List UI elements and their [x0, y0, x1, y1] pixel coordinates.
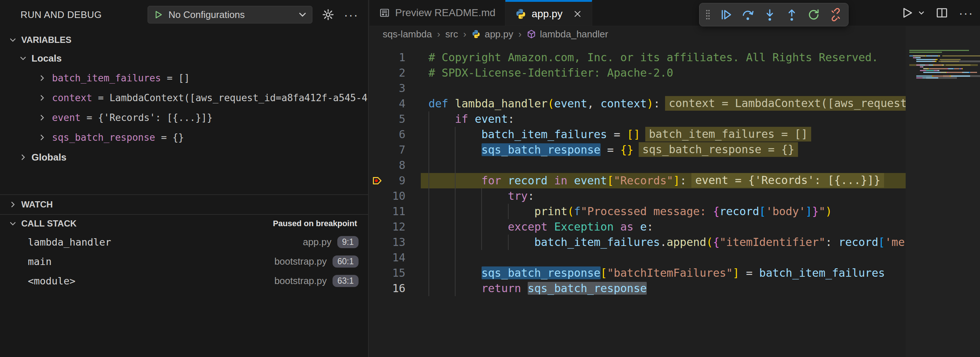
code-line[interactable]: 3 — [369, 81, 906, 96]
tab-app-py[interactable]: app.py — [505, 0, 592, 26]
variable-row[interactable]: batch_item_failures = [] — [0, 68, 368, 88]
variable-row[interactable]: sqs_batch_response = {} — [0, 128, 368, 147]
breakpoint-gutter[interactable] — [369, 112, 386, 127]
chevron-right-icon[interactable] — [38, 134, 46, 142]
chevron-right-icon[interactable] — [38, 114, 46, 122]
code-text: for record in event["Records"]: — [428, 174, 686, 187]
code-line[interactable]: 16 return sqs_batch_response — [369, 281, 906, 296]
more-actions-icon[interactable]: ··· — [959, 6, 974, 19]
start-debug-icon[interactable] — [153, 10, 163, 20]
code-line[interactable]: 1# Copyright Amazon.com, Inc. or its aff… — [369, 50, 906, 65]
close-icon[interactable] — [573, 9, 582, 19]
breadcrumb-folder[interactable]: sqs-lambda — [383, 29, 432, 40]
variable-name: batch_item_failures — [52, 73, 161, 84]
code-line[interactable]: 8 — [369, 158, 906, 173]
disconnect-icon[interactable] — [829, 8, 842, 21]
code-line[interactable]: 13 batch_item_failures.append({"itemIden… — [369, 234, 906, 250]
drag-handle[interactable] — [705, 8, 711, 21]
step-over-icon[interactable] — [741, 8, 754, 21]
chevron-down-icon — [19, 54, 27, 62]
variable-row[interactable]: event = {'Records': [{...}]} — [0, 108, 368, 128]
minimap[interactable] — [906, 26, 980, 357]
continue-icon[interactable] — [719, 8, 732, 21]
breakpoint-gutter[interactable] — [369, 204, 386, 219]
step-out-icon[interactable] — [785, 8, 799, 21]
line-number: 6 — [386, 127, 406, 142]
code-text: # SPDX-License-Identifier: Apache-2.0 — [428, 66, 673, 79]
breakpoint-gutter[interactable] — [369, 142, 386, 158]
breakpoint-gutter[interactable] — [369, 250, 386, 265]
breadcrumb-folder[interactable]: src — [445, 29, 458, 40]
stack-frame[interactable]: lambda_handler app.py 9:1 — [0, 233, 368, 252]
more-actions-icon[interactable]: ··· — [344, 8, 358, 21]
code-line[interactable]: 14 — [369, 250, 906, 265]
code-line[interactable]: 11 print(f"Processed message: {record['b… — [369, 204, 906, 219]
split-editor-icon[interactable] — [935, 6, 948, 19]
stack-frame[interactable]: main bootstrap.py 60:1 — [0, 252, 368, 271]
code-line-content: try: — [421, 188, 906, 204]
variable-row[interactable]: context = LambdaContext([aws_request_id=… — [0, 88, 368, 108]
minimap-line — [909, 63, 980, 64]
indent-guide — [428, 188, 429, 204]
indent-guide — [428, 127, 429, 142]
breakpoint-gutter[interactable] — [369, 265, 386, 281]
chevron-right-icon[interactable] — [38, 94, 46, 102]
breakpoint-gutter[interactable] — [369, 50, 386, 65]
breakpoint-gutter[interactable] — [369, 219, 386, 234]
code-line[interactable]: 2# SPDX-License-Identifier: Apache-2.0 — [369, 65, 906, 81]
code-line[interactable]: 15 sqs_batch_response["batchItemFailures… — [369, 265, 906, 281]
locals-group[interactable]: Locals — [0, 48, 368, 68]
code-line[interactable]: 9 for record in event["Records"]:event =… — [369, 173, 906, 188]
breakpoint-gutter[interactable] — [369, 81, 386, 96]
breakpoint-gutter[interactable] — [369, 281, 386, 296]
indent-guide — [455, 127, 456, 142]
chevron-right-icon[interactable] — [38, 74, 46, 82]
run-python-file-button[interactable] — [900, 6, 925, 20]
globals-group[interactable]: Globals — [0, 147, 368, 167]
chevron-down-icon[interactable] — [298, 10, 307, 19]
sidebar-spacer — [0, 167, 368, 194]
indent-guide — [455, 281, 456, 296]
current-line-breakpoint-icon[interactable] — [369, 173, 386, 188]
code-text: sqs_batch_response["batchItemFailures"] … — [428, 266, 885, 279]
gear-icon[interactable] — [322, 8, 334, 21]
breakpoint-gutter[interactable] — [369, 158, 386, 173]
watch-section-header[interactable]: WATCH — [0, 195, 368, 214]
code-line-content: except Exception as e: — [421, 219, 906, 234]
minimap-line — [909, 74, 980, 75]
code-line[interactable]: 7 sqs_batch_response = {}sqs_batch_respo… — [369, 142, 906, 158]
call-stack-section-header[interactable]: CALL STACK Paused on breakpoint — [0, 215, 368, 233]
tab-preview-readme[interactable]: Preview README.md — [369, 0, 505, 26]
debug-configuration-dropdown[interactable]: No Configurations — [148, 6, 312, 24]
variable-value: = LambdaContext([aws_request_id=a8fa412f… — [98, 92, 368, 104]
python-icon — [515, 8, 527, 20]
frame-function: lambda_handler — [28, 236, 111, 248]
code-line[interactable]: 6 batch_item_failures = []batch_item_fai… — [369, 127, 906, 142]
variable-name: context — [52, 92, 92, 104]
sidebar-title: RUN AND DEBUG — [21, 9, 102, 21]
step-into-icon[interactable] — [763, 8, 776, 21]
variables-section-header[interactable]: VARIABLES — [0, 32, 368, 48]
code-line[interactable]: 12 except Exception as e: — [369, 219, 906, 234]
indent-guide — [455, 219, 456, 234]
line-number: 8 — [386, 158, 406, 173]
code-text: if event: — [428, 113, 514, 125]
code-text: batch_item_failures.append({"itemIdentif… — [428, 236, 906, 249]
restart-icon[interactable] — [807, 8, 820, 21]
breakpoint-gutter[interactable] — [369, 96, 386, 112]
breakpoint-gutter[interactable] — [369, 65, 386, 81]
breadcrumb-file[interactable]: app.py — [471, 29, 513, 40]
code-line[interactable]: 10 try: — [369, 188, 906, 204]
stack-frame[interactable]: <module> bootstrap.py 63:1 — [0, 271, 368, 291]
breadcrumb[interactable]: sqs-lambda › src › app.py › lambda_handl… — [369, 26, 980, 42]
indent-guide — [481, 204, 482, 219]
breakpoint-gutter[interactable] — [369, 234, 386, 250]
breadcrumb-symbol[interactable]: lambda_handler — [527, 29, 608, 40]
breakpoint-gutter[interactable] — [369, 127, 386, 142]
line-number: 7 — [386, 142, 406, 158]
code-editor[interactable]: 1# Copyright Amazon.com, Inc. or its aff… — [369, 42, 906, 296]
code-line[interactable]: 4def lambda_handler(event, context):cont… — [369, 96, 906, 112]
code-line[interactable]: 5 if event: — [369, 112, 906, 127]
line-number: 12 — [386, 219, 406, 234]
breakpoint-gutter[interactable] — [369, 188, 386, 204]
